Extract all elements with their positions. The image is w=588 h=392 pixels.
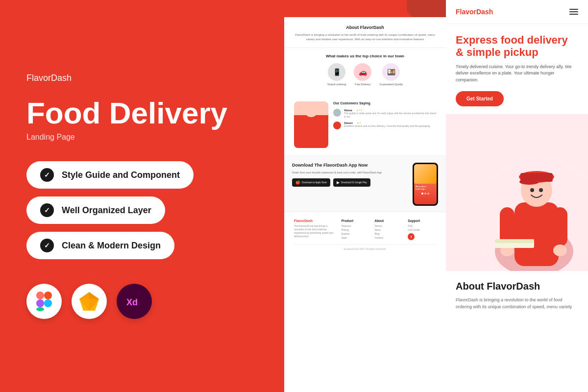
chef-head bbox=[304, 103, 318, 117]
middle-preview: About FlavorDash FlavorDash is bringing … bbox=[284, 0, 446, 392]
download-text-area: Download The FlavorDash App Now Order fr… bbox=[292, 163, 408, 187]
feature-text-well-organized: Well Organized Layer bbox=[62, 205, 151, 216]
preview-what-makes-title: What makes us the top choice in our town bbox=[294, 54, 436, 58]
footer-brand-desc: The ExpressFood app brings a revolution … bbox=[294, 224, 337, 238]
preview-icons-row: 📱 Simple ordering 🚗 Fast Delivery 🍱 Guar… bbox=[294, 63, 436, 86]
delivery-person-svg bbox=[480, 114, 588, 271]
far-right-panel: FlavorDash Express food delivery & simpl… bbox=[446, 0, 588, 392]
check-icon-clean bbox=[40, 239, 54, 252]
hamburger-line-1 bbox=[569, 9, 578, 10]
svg-rect-2 bbox=[36, 299, 44, 307]
preview-content: About FlavorDash FlavorDash is bringing … bbox=[284, 0, 446, 255]
xd-tool-icon: Xd bbox=[117, 284, 152, 319]
footer-support-item-1: Call Center bbox=[408, 228, 436, 231]
testimonial-avatar-1 bbox=[333, 109, 341, 117]
landing-nav: FlavorDash bbox=[446, 0, 588, 24]
landing-about-desc: FlavorDash is bringing a revolution to t… bbox=[456, 297, 578, 310]
footer-copyright: ExpressFood 2024. All rights reserved. bbox=[294, 244, 436, 250]
svg-rect-18 bbox=[553, 207, 567, 246]
preview-banner-img bbox=[407, 0, 446, 17]
footer-brand: FlavorDash The ExpressFood app brings a … bbox=[294, 219, 337, 240]
footer-product-item-0: Features bbox=[342, 224, 370, 227]
footer-about-item-2: Blog bbox=[374, 232, 403, 235]
feature-item-style-guide: Style Guide and Component bbox=[26, 161, 194, 189]
preview-footer: FlavorDash The ExpressFood app brings a … bbox=[284, 212, 446, 255]
landing-logo: FlavorDash bbox=[456, 8, 493, 16]
right-panel: About FlavorDash FlavorDash is bringing … bbox=[284, 0, 588, 392]
footer-product-item-1: Pricing bbox=[342, 228, 370, 231]
footer-social-icon: f bbox=[408, 233, 415, 240]
download-desc: Order from your favorite restaurant & tr… bbox=[292, 171, 408, 175]
preview-customers-section: Our Customers Saying Akmar ★ 4.5 The qua… bbox=[284, 97, 446, 153]
preview-download-section: Download The FlavorDash App Now Order fr… bbox=[284, 155, 446, 212]
check-icon-organized bbox=[40, 203, 54, 217]
svg-point-20 bbox=[553, 245, 567, 256]
google-play-btn[interactable]: ▶ Download On Google Play bbox=[333, 178, 370, 187]
preview-about-section: About FlavorDash FlavorDash is bringing … bbox=[284, 17, 446, 48]
footer-support-title: Support bbox=[408, 219, 436, 222]
svg-rect-1 bbox=[44, 292, 52, 299]
svg-rect-3 bbox=[36, 307, 44, 311]
phone-food-image bbox=[414, 164, 437, 184]
preview-icon-simple-ordering: 📱 Simple ordering bbox=[327, 63, 346, 86]
svg-point-23 bbox=[530, 188, 534, 192]
simple-ordering-circle: 📱 bbox=[328, 63, 345, 81]
apple-store-btn[interactable]: 🍎 Download on Apple Store bbox=[292, 178, 330, 187]
testimonial-info-2: Steven ★ 5 Excellent service and on time… bbox=[344, 122, 436, 129]
landing-about-section: About FlavorDash FlavorDash is bringing … bbox=[446, 271, 588, 320]
feature-item-clean-modern: Clean & Modern Design bbox=[26, 232, 174, 259]
feature-item-well-organized: Well Organized Layer bbox=[26, 196, 165, 224]
download-title: Download The FlavorDash App Now bbox=[292, 163, 408, 169]
feature-list: Style Guide and Component Well Organized… bbox=[26, 161, 258, 259]
footer-brand-name: FlavorDash bbox=[294, 219, 337, 222]
svg-point-24 bbox=[539, 188, 543, 192]
fast-delivery-circle: 🚗 bbox=[354, 63, 371, 81]
phone-screen: Menu diver...fresh ingr... bbox=[414, 164, 437, 204]
testimonial-info-1: Akmar ★ 4.5 The quality is really great … bbox=[344, 109, 436, 119]
chef-body bbox=[300, 121, 322, 148]
svg-text:Xd: Xd bbox=[126, 297, 138, 307]
landing-about-title: About FlavorDash bbox=[456, 281, 578, 292]
figma-tool-icon bbox=[26, 284, 62, 319]
preview-about-title: About FlavorDash bbox=[294, 25, 436, 30]
phone-text: Menu diver...fresh ingr... bbox=[414, 184, 437, 192]
main-title: Food Delivery bbox=[26, 97, 258, 129]
hamburger-line-3 bbox=[569, 14, 578, 15]
svg-point-16 bbox=[519, 179, 539, 185]
preview-top-banner bbox=[284, 0, 446, 17]
apple-store-label: Download on Apple Store bbox=[302, 181, 327, 184]
left-panel: FlavorDash Food Delivery Landing Page St… bbox=[0, 0, 284, 392]
phone-mockup: Menu diver...fresh ingr... bbox=[413, 163, 438, 206]
preview-what-makes-section: What makes us the top choice in our town… bbox=[284, 48, 446, 97]
delivery-person-image bbox=[446, 114, 588, 271]
footer-product-col: Product Features Pricing Explore Apps bbox=[342, 219, 370, 240]
footer-about-title: About bbox=[374, 219, 403, 222]
quality-label: Guaranteed Quality bbox=[379, 83, 403, 86]
hamburger-menu-icon[interactable] bbox=[569, 9, 578, 15]
hamburger-line-2 bbox=[569, 11, 578, 12]
footer-about-item-1: News bbox=[374, 228, 403, 231]
footer-product-item-2: Explore bbox=[342, 232, 370, 235]
preview-icon-quality: 🍱 Guaranteed Quality bbox=[379, 63, 403, 86]
apple-icon: 🍎 bbox=[295, 180, 300, 185]
feature-text-style-guide: Style Guide and Component bbox=[62, 170, 180, 180]
brand-name: FlavorDash bbox=[26, 73, 258, 83]
preview-icon-fast-delivery: 🚗 Fast Delivery bbox=[354, 63, 371, 86]
testimonials-title: Our Customers Saying bbox=[333, 101, 436, 105]
store-buttons: 🍎 Download on Apple Store ▶ Download On … bbox=[292, 178, 408, 187]
google-icon: ▶ bbox=[337, 180, 340, 185]
fast-delivery-label: Fast Delivery bbox=[355, 83, 370, 86]
footer-about-item-3: Careers bbox=[374, 236, 403, 239]
quality-circle: 🍱 bbox=[382, 63, 400, 81]
svg-rect-22 bbox=[495, 239, 534, 243]
chef-image bbox=[294, 101, 328, 148]
footer-about-item-0: Stories bbox=[374, 224, 403, 227]
footer-product-item-3: Apps bbox=[342, 236, 370, 239]
svg-rect-0 bbox=[36, 292, 44, 299]
testimonial-row-1: Akmar ★ 4.5 The quality is really great … bbox=[333, 109, 436, 119]
feature-text-clean-modern: Clean & Modern Design bbox=[62, 241, 161, 251]
preview-about-desc: FlavorDash is bringing a revolution to t… bbox=[294, 33, 436, 42]
testimonial-avatar-2 bbox=[333, 122, 341, 129]
get-started-button[interactable]: Get Started bbox=[456, 91, 504, 106]
phone-dots bbox=[414, 193, 437, 195]
